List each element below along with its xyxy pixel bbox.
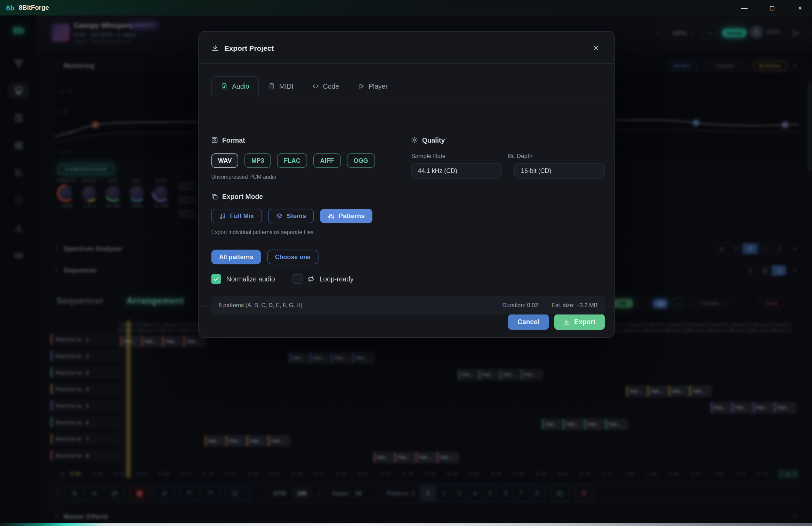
export-mode-label: Full Mix xyxy=(230,213,254,220)
normalize-audio-checkbox[interactable]: Normalize audio xyxy=(211,274,275,284)
format-heading: Format xyxy=(222,136,245,144)
sample-rate-label: Sample Rate xyxy=(411,153,508,159)
format-option-button[interactable]: OGG xyxy=(347,153,375,168)
export-tab-label: MIDI xyxy=(279,82,294,90)
pattern-selection-options: All patternsChoose one xyxy=(211,250,605,264)
close-modal-button[interactable]: × xyxy=(590,42,602,54)
patterns-summary: 8 patterns (A, B, C, D, E, F, G, H) xyxy=(218,302,302,308)
checkbox-checked[interactable] xyxy=(211,274,221,284)
quality-heading: Quality xyxy=(422,136,445,144)
format-options: WAVMP3FLACAIFFOGG xyxy=(211,153,398,168)
export-mode-button[interactable]: Patterns xyxy=(320,209,372,223)
loop-ready-label: Loop-ready xyxy=(320,275,354,283)
export-mode-label: Patterns xyxy=(339,213,365,220)
cancel-button[interactable]: Cancel xyxy=(508,314,549,330)
app-title: 8BitForge xyxy=(19,4,49,11)
app-logo: 8b xyxy=(6,4,15,11)
export-button[interactable]: Export xyxy=(554,314,605,330)
download-icon xyxy=(211,44,219,52)
estimated-size-value: Est. size: ~3.2 MB xyxy=(552,302,597,308)
export-tab-label: Audio xyxy=(232,82,249,90)
format-caption: Uncompressed PCM audio xyxy=(211,174,398,180)
export-mode-label: Stems xyxy=(287,213,306,220)
export-mode-button[interactable]: Stems xyxy=(268,209,314,223)
export-tabs: Audio MIDI Code xyxy=(211,76,602,96)
file-audio-icon xyxy=(221,83,228,89)
export-tab[interactable]: Player xyxy=(348,76,397,96)
loop-ready-checkbox[interactable]: Loop-ready xyxy=(292,274,353,284)
sliders-icon xyxy=(328,213,335,219)
format-option-button[interactable]: AIFF xyxy=(313,153,340,168)
export-mode-icon xyxy=(211,193,218,200)
export-button-label: Export xyxy=(574,318,595,326)
sample-rate-select[interactable]: 44.1 kHz (CD) xyxy=(411,163,502,179)
export-tab-label: Player xyxy=(369,82,388,90)
gear-icon xyxy=(411,137,418,143)
export-tab[interactable]: Audio xyxy=(211,76,259,96)
maximize-button[interactable]: □ xyxy=(760,0,784,16)
export-tab[interactable]: Code xyxy=(303,76,348,96)
duration-value: Duration: 0:02 xyxy=(502,302,538,308)
file-midi-icon xyxy=(268,83,275,89)
code-icon xyxy=(312,83,319,89)
loop-icon xyxy=(307,276,314,282)
music-note-icon xyxy=(219,213,226,219)
format-option-button[interactable]: WAV xyxy=(211,153,239,168)
minimize-button[interactable]: — xyxy=(732,0,756,16)
normalize-audio-label: Normalize audio xyxy=(226,275,275,283)
export-project-modal: Export Project × Audio MIDI xyxy=(198,31,614,338)
export-tab[interactable]: MIDI xyxy=(259,76,303,96)
format-option-button[interactable]: FLAC xyxy=(277,153,307,168)
window-titlebar: 8b 8BitForge — □ × xyxy=(0,0,812,16)
export-summary-bar: 8 patterns (A, B, C, D, E, F, G, H) Dura… xyxy=(211,296,605,314)
format-option-button[interactable]: MP3 xyxy=(245,153,271,168)
app-window: 8b 8BitForge — □ × 8b xyxy=(0,0,812,526)
modal-title: Export Project xyxy=(224,44,274,52)
export-mode-caption: Export individual patterns as separate f… xyxy=(211,229,605,235)
export-mode-button[interactable]: Full Mix xyxy=(211,209,262,223)
pattern-selection-button[interactable]: Choose one xyxy=(267,250,318,264)
close-window-button[interactable]: × xyxy=(788,0,812,16)
bit-depth-select[interactable]: 16-bit (CD) xyxy=(514,163,605,179)
play-icon xyxy=(358,83,364,89)
taskbar-edge xyxy=(0,523,812,526)
pattern-selection-button[interactable]: All patterns xyxy=(211,250,261,264)
export-mode-heading: Export Mode xyxy=(222,193,263,200)
layers-icon xyxy=(276,213,282,219)
export-mode-options: Full Mix Stems Patterns xyxy=(211,209,605,223)
download-icon xyxy=(563,319,570,325)
export-tab-label: Code xyxy=(323,82,339,90)
check-icon xyxy=(214,276,219,282)
app-shell: 8b xyxy=(0,16,812,523)
checkbox-unchecked[interactable] xyxy=(292,274,302,284)
format-icon xyxy=(211,137,218,143)
bit-depth-label: Bit Depth xyxy=(508,153,605,159)
